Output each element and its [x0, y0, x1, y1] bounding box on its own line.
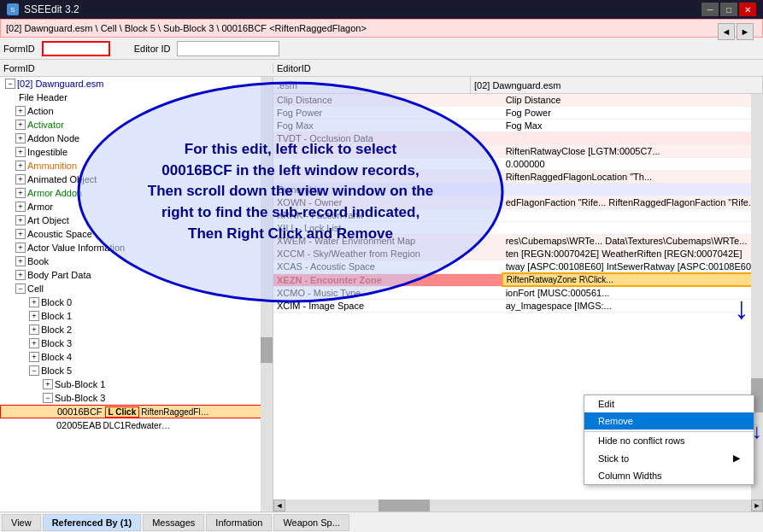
close-button[interactable]: ✕ [739, 3, 756, 16]
tree-item-block2[interactable]: + Block 2 [0, 323, 273, 336]
tab-information[interactable]: Information [206, 514, 272, 531]
tree-item-block4[interactable]: + Block 4 [0, 350, 273, 364]
formid-input[interactable] [42, 41, 110, 56]
expand-block3[interactable]: + [29, 338, 39, 348]
expand-ammunition[interactable]: + [15, 161, 26, 171]
scroll-right-arrow[interactable]: ► [751, 500, 763, 512]
expand-dawnguard[interactable]: − [5, 79, 15, 89]
expand-cell[interactable]: − [15, 284, 26, 294]
ctx-hide-no-conflict[interactable]: Hide no conflict rows [584, 431, 754, 449]
col-header-editorid: EditorID [273, 63, 763, 73]
expand-block5[interactable]: − [29, 365, 39, 376]
nav-forward-button[interactable]: ► [737, 23, 754, 40]
tree-item-armor-addon[interactable]: + Armor Addon [0, 186, 273, 200]
tree-item-cell[interactable]: − Cell [0, 282, 273, 295]
tree-item-ingestible[interactable]: + Ingestible [0, 145, 273, 159]
formid-label: FormID [3, 44, 35, 54]
tree-item-ammunition[interactable]: + Ammunition [0, 159, 273, 172]
tree-item-block5[interactable]: − Block 5 [0, 364, 273, 377]
maximize-button[interactable]: □ [720, 3, 737, 16]
expand-body-part[interactable]: + [15, 270, 26, 280]
editorid-input[interactable] [177, 41, 279, 56]
table-row: XILL - Lock List [273, 222, 762, 235]
expand-action[interactable]: + [15, 106, 26, 116]
tree-item-file-header[interactable]: File Header [0, 91, 273, 104]
expand-activator[interactable]: + [15, 120, 26, 130]
nav-back-button[interactable]: ◄ [718, 23, 735, 40]
expand-block2[interactable]: + [29, 324, 39, 335]
ctx-remove[interactable]: Remove [584, 412, 754, 430]
expand-addon-node[interactable]: + [15, 133, 26, 143]
right-down-arrow: ↓ [734, 290, 749, 326]
expand-block1[interactable]: + [29, 311, 39, 321]
table-row: RiftenRaggedFlagonLocation "Th... [273, 171, 762, 184]
tree-scrollbar[interactable] [261, 77, 273, 512]
bottom-scrollbar[interactable]: ◄ ► [273, 500, 763, 512]
scrollbar-thumb [379, 500, 430, 512]
tree-item-book[interactable]: + Book [0, 254, 273, 268]
minimize-button[interactable]: ─ [701, 3, 719, 16]
tree-item-block1[interactable]: + Block 1 [0, 309, 273, 323]
table-row: XWEM - Water Environment Map res\Cubemap… [273, 235, 762, 248]
tree-item-animated-object[interactable]: + Animated Object [0, 172, 273, 186]
title-bar-left: S SSEEdit 3.2 [7, 3, 79, 15]
tree-item-body-part[interactable]: + Body Part Data [0, 268, 273, 282]
tab-messages[interactable]: Messages [143, 514, 204, 531]
expand-acoustic-space[interactable]: + [15, 229, 26, 239]
column-headers: FormID EditorID [0, 60, 763, 77]
right-header-esm: .esm [273, 77, 471, 93]
tree-item-subblock1[interactable]: + Sub-Block 1 [0, 377, 273, 391]
table-row-xezn: XEZN - Encounter Zone RiftenRatwayZone R… [273, 273, 762, 286]
tree-item-art-object[interactable]: + Art Object [0, 213, 273, 227]
formid-row: FormID Editor ID [0, 38, 763, 60]
tree-item-02005eab[interactable]: 02005EAB DLC1RedwaterD... [0, 418, 273, 432]
breadcrumb: [02] Dawnguard.esm \ Cell \ Block 5 \ Su… [0, 19, 763, 38]
table-row: XCMO - Music Type ionFort [MUSC:000561..… [273, 286, 762, 300]
tree-item-dawnguard[interactable]: − [02] Dawnguard.esm [0, 77, 273, 91]
table-row: XCIM - Image Space ay_Imagespace [IMGS:.… [273, 300, 762, 313]
tab-referenced-by[interactable]: Referenced By (1) [43, 514, 142, 531]
tree-item-block3[interactable]: + Block 3 [0, 336, 273, 350]
tree-item-block0[interactable]: + Block 0 [0, 295, 273, 309]
tab-view[interactable]: View [2, 514, 41, 531]
expand-block0[interactable]: + [29, 297, 39, 307]
scroll-left-arrow[interactable]: ◄ [273, 500, 285, 512]
tree-item-addon-node[interactable]: + Addon Node [0, 132, 273, 145]
expand-armor-addon[interactable]: + [15, 188, 26, 198]
expand-ingestible[interactable]: + [15, 147, 26, 157]
tree-item-action[interactable]: + Action [0, 104, 273, 118]
title-bar: S SSEEdit 3.2 ─ □ ✕ [0, 0, 763, 19]
ctx-edit[interactable]: Edit [584, 395, 754, 412]
tree-item-armor[interactable]: + Armor [0, 200, 273, 213]
expand-block4[interactable]: + [29, 352, 39, 362]
table-row: Fog Max Fog Max [273, 120, 762, 132]
app-icon: S [7, 3, 19, 15]
expand-animated-object[interactable]: + [15, 174, 26, 184]
tree-panel[interactable]: − [02] Dawnguard.esm File Header + Actio… [0, 77, 273, 512]
ctx-stick-to[interactable]: Stick to ▶ [584, 449, 754, 467]
table-row: Clip Distance Clip Distance [273, 94, 762, 107]
tree-item-acoustic-space[interactable]: + Acoustic Space [0, 227, 273, 241]
expand-armor[interactable]: + [15, 202, 26, 212]
submenu-arrow-icon: ▶ [733, 453, 740, 464]
tree-item-00016bcf[interactable]: 00016BCF L Click RiftenRaggedFla... [0, 405, 273, 418]
expand-actor-value[interactable]: + [15, 243, 26, 253]
tree-item-activator[interactable]: + Activator [0, 118, 273, 132]
expand-subblock1[interactable]: + [43, 379, 53, 389]
nav-arrows: ◄ ► [718, 23, 754, 40]
app-title: SSEEdit 3.2 [24, 3, 79, 15]
context-menu: Edit Remove Hide no conflict rows Stick … [584, 395, 754, 485]
expand-art-object[interactable]: + [15, 215, 26, 225]
col-header-formid: FormID [0, 63, 273, 73]
expand-book[interactable]: + [15, 256, 26, 266]
expand-subblock3[interactable]: − [43, 393, 53, 403]
table-row: XRNK - Faction rank [273, 209, 762, 222]
tree-item-subblock3[interactable]: − Sub-Block 3 [0, 391, 273, 405]
title-bar-controls: ─ □ ✕ [701, 3, 756, 16]
table-row: 0.000000 [273, 158, 762, 171]
table-row: TVDT - Occlusion Data [273, 132, 762, 145]
tab-weapon-sp[interactable]: Weapon Sp... [273, 514, 349, 531]
tree-item-actor-value[interactable]: + Actor Value Information [0, 241, 273, 254]
ctx-column-widths[interactable]: Column Widths [584, 467, 754, 484]
right-headers: .esm [02] Dawnguard.esm [273, 77, 763, 94]
